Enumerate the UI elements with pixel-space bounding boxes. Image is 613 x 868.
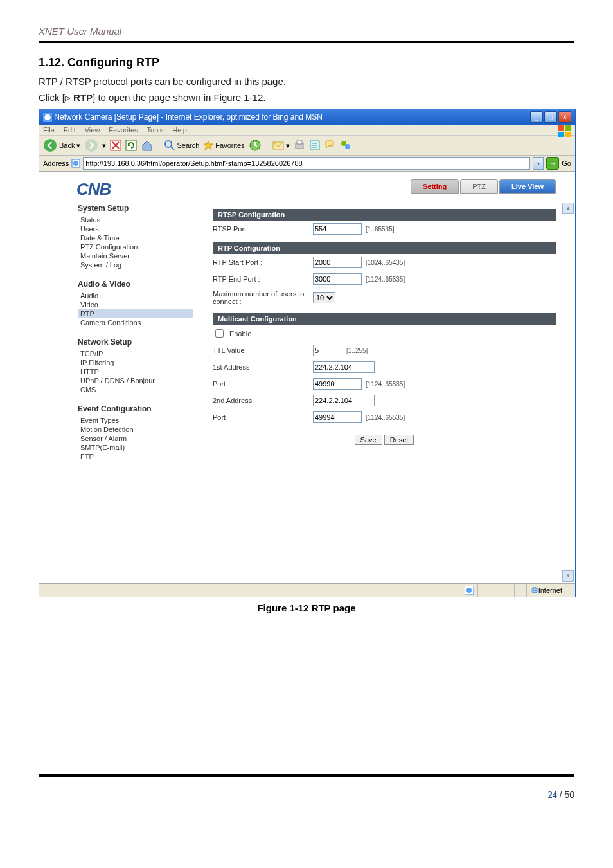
sidebar-item-syslog[interactable]: System / Log — [78, 260, 193, 269]
menu-tools[interactable]: Tools — [147, 126, 164, 134]
page-footer: 24 / 50 — [39, 790, 574, 800]
divider-bottom — [39, 774, 574, 777]
stop-button[interactable] — [110, 140, 121, 151]
tab-setting[interactable]: Setting — [411, 179, 459, 194]
triangle-icon: ▷ — [65, 92, 71, 104]
tab-ptz[interactable]: PTZ — [460, 179, 498, 194]
port1-label: Port — [213, 380, 309, 388]
group-event-config: Event Configuration — [78, 404, 193, 413]
forward-button[interactable] — [84, 138, 98, 152]
go-label: Go — [562, 159, 571, 167]
edit-button[interactable] — [309, 140, 321, 151]
ttl-input[interactable] — [313, 345, 342, 356]
messenger-button[interactable] — [340, 140, 351, 151]
sidebar-item-event-types[interactable]: Event Types — [78, 416, 193, 425]
menu-edit[interactable]: Edit — [64, 126, 76, 134]
sidebar-item-rtp[interactable]: RTP — [78, 309, 193, 318]
max-users-select[interactable]: 10 — [313, 292, 335, 303]
sidebar-item-audio[interactable]: Audio — [78, 291, 193, 300]
cnb-logo: CNB — [76, 179, 111, 199]
back-button[interactable]: Back ▾ — [43, 138, 80, 152]
sidebar-item-ptz-config[interactable]: PTZ Configuration — [78, 242, 193, 251]
rtp-start-hint: [1024..65435] — [366, 259, 405, 266]
tab-live-view[interactable]: Live View — [499, 179, 556, 194]
menu-bar: File Edit View Favorites Tools Help — [39, 125, 575, 136]
search-button[interactable]: Search — [164, 140, 199, 150]
rtp-end-input[interactable] — [313, 273, 362, 285]
sidebar-item-maintain[interactable]: Maintain Server — [78, 251, 193, 260]
sidebar-item-camera-cond[interactable]: Camera Conditions — [78, 318, 193, 327]
page-viewport: CNB Setting PTZ Live View ▴ System Setup… — [39, 172, 575, 583]
svg-point-23 — [73, 161, 78, 166]
sidebar-item-video[interactable]: Video — [78, 300, 193, 309]
refresh-button[interactable] — [125, 140, 137, 151]
addr2-input[interactable] — [313, 395, 375, 406]
sidebar-item-ipfilter[interactable]: IP Filtering — [78, 358, 193, 367]
multicast-enable-label: Enable — [229, 330, 251, 338]
sidebar-item-motion[interactable]: Motion Detection — [78, 425, 193, 434]
window-title: Network Camera [Setup Page] - Internet E… — [43, 113, 323, 122]
sidebar-item-sensor[interactable]: Sensor / Alarm — [78, 434, 193, 443]
manual-title: XNET User Manual — [39, 26, 574, 37]
ie-window: Network Camera [Setup Page] - Internet E… — [39, 109, 576, 597]
port2-label: Port — [213, 413, 309, 421]
svg-rect-4 — [558, 132, 564, 137]
print-button[interactable] — [294, 140, 305, 151]
port2-input[interactable] — [313, 411, 362, 423]
menu-help[interactable]: Help — [172, 126, 187, 134]
sidebar-item-datetime[interactable]: Date & Time — [78, 233, 193, 242]
ttl-hint: [1..255] — [346, 347, 368, 354]
maximize-button[interactable]: □ — [544, 111, 557, 123]
rtsp-port-input[interactable] — [313, 223, 362, 235]
history-button[interactable] — [249, 139, 262, 152]
rtp-end-hint: [1124..65535] — [366, 276, 405, 283]
rtsp-port-label: RTSP Port : — [213, 225, 309, 233]
svg-line-11 — [171, 147, 174, 150]
sidebar-item-cms[interactable]: CMS — [78, 385, 193, 394]
scroll-up-icon[interactable]: ▴ — [562, 203, 574, 214]
port2-hint: [1124..65535] — [366, 414, 405, 421]
internet-zone-icon — [531, 586, 538, 594]
sidebar-item-http[interactable]: HTTP — [78, 367, 193, 376]
svg-point-7 — [85, 139, 98, 152]
rtp-start-input[interactable] — [313, 257, 362, 268]
page-icon — [71, 159, 80, 168]
menu-view[interactable]: View — [85, 126, 100, 134]
rtsp-config-header: RTSP Configuration — [213, 209, 556, 221]
svg-point-6 — [44, 139, 57, 152]
sidebar-item-tcpip[interactable]: TCP/IP — [78, 349, 193, 358]
svg-point-25 — [466, 588, 472, 593]
menu-favorites[interactable]: Favorites — [109, 126, 138, 134]
sidebar-item-status[interactable]: Status — [78, 215, 193, 224]
menu-file[interactable]: File — [43, 126, 55, 134]
scroll-down-icon[interactable]: ▾ — [562, 570, 574, 582]
multicast-enable-checkbox[interactable] — [215, 329, 224, 338]
group-network-setup: Network Setup — [78, 338, 193, 347]
sidebar-item-users[interactable]: Users — [78, 224, 193, 233]
toolbar: Back ▾ ▾ Search Favorites ▾ — [39, 136, 575, 156]
discuss-button[interactable] — [324, 140, 336, 151]
favorites-button[interactable]: Favorites — [203, 140, 244, 150]
sidebar-item-upnp[interactable]: UPnP / DDNS / Bonjour — [78, 376, 193, 385]
home-button[interactable] — [141, 139, 154, 152]
rtp-config-header: RTP Configuration — [213, 242, 556, 254]
status-zone-text: Internet — [538, 586, 562, 594]
figure-caption: Figure 1-12 RTP page — [39, 602, 574, 613]
max-users-label: Maximum number of users to connect : — [213, 290, 309, 305]
sidebar-item-smtp[interactable]: SMTP(E-mail) — [78, 443, 193, 452]
go-button[interactable]: → — [546, 157, 559, 170]
close-button[interactable]: × — [558, 111, 571, 123]
divider-top — [39, 41, 574, 43]
port1-input[interactable] — [313, 378, 362, 390]
save-button[interactable]: Save — [355, 435, 382, 445]
svg-point-21 — [345, 144, 350, 149]
sidebar-item-ftp[interactable]: FTP — [78, 452, 193, 461]
mail-button[interactable]: ▾ — [272, 140, 290, 150]
reset-button[interactable]: Reset — [384, 435, 414, 445]
ie-status-icon — [465, 586, 474, 595]
svg-rect-3 — [565, 125, 571, 131]
minimize-button[interactable]: _ — [530, 111, 543, 123]
address-input[interactable] — [83, 157, 530, 170]
address-dropdown[interactable]: ▾ — [533, 157, 544, 170]
addr1-input[interactable] — [313, 361, 375, 373]
